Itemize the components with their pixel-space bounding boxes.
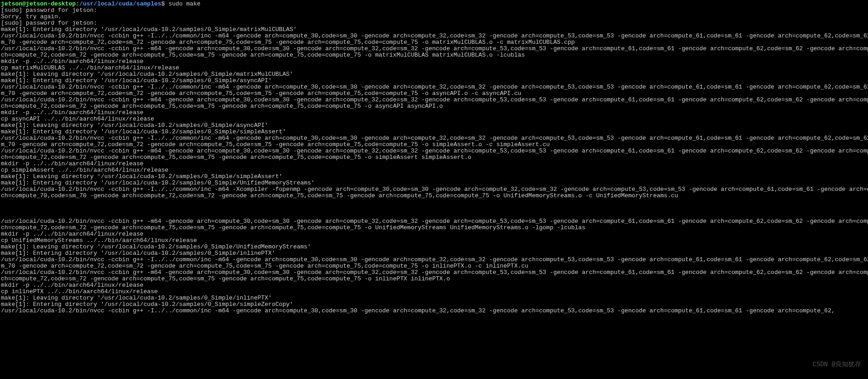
- output-line: make[1]: Entering directory '/usr/local/…: [1, 78, 867, 84]
- prompt-separator: :: [76, 0, 79, 7]
- output-line: /usr/local/cuda-10.2/bin/nvcc -ccbin g++…: [1, 84, 867, 90]
- output-line: cp inlinePTX ../../bin/aarch64/linux/rel…: [1, 289, 867, 295]
- output-line: [1, 212, 867, 218]
- watermark: CSDN @良知犹存: [813, 361, 861, 368]
- output-line: make[1]: Entering directory '/usr/local/…: [1, 250, 867, 257]
- output-line: m_70 -gencode arch=compute_72,code=sm_72…: [1, 142, 867, 148]
- output-line: mkdir -p ../../bin/aarch64/linux/release: [1, 161, 867, 167]
- output-line: make[1]: Entering directory '/usr/local/…: [1, 26, 867, 33]
- output-line: ch=compute_72,code=sm_72 -gencode arch=c…: [1, 276, 867, 282]
- prompt-line: jetson@jetson-desktop:/usr/local/cuda/sa…: [1, 1, 867, 7]
- output-line: ch=compute_70,code=sm_70 -gencode arch=c…: [1, 193, 867, 199]
- output-line: mkdir -p ../../bin/aarch64/linux/release: [1, 110, 867, 116]
- output-line: m_70 -gencode arch=compute_72,code=sm_72…: [1, 263, 867, 269]
- output-line: cp simpleAssert ../../bin/aarch64/linux/…: [1, 167, 867, 174]
- output-line: make[1]: Entering directory '/usr/local/…: [1, 129, 867, 135]
- output-line: ch=compute_72,code=sm_72 -gencode arch=c…: [1, 154, 867, 161]
- output-line: ch=compute_72,code=sm_72 -gencode arch=c…: [1, 103, 867, 110]
- output-line: /usr/local/cuda-10.2/bin/nvcc -ccbin g++…: [1, 135, 867, 142]
- terminal-output: [sudo] password for jetson:Sorry, try ag…: [1, 7, 867, 314]
- output-line: m_70 -gencode arch=compute_72,code=sm_72…: [1, 90, 867, 97]
- output-line: [1, 199, 867, 205]
- output-line: cp asyncAPI ../../bin/aarch64/linux/rele…: [1, 116, 867, 122]
- output-line: [1, 205, 867, 212]
- output-line: cp matrixMulCUBLAS ../../bin/aarch64/lin…: [1, 65, 867, 71]
- output-line: /usr/local/cuda-10.2/bin/nvcc -ccbin g++…: [1, 148, 867, 154]
- prompt-user: jetson@jetson-desktop: [1, 0, 76, 7]
- output-line: mkdir -p ../../bin/aarch64/linux/release: [1, 282, 867, 289]
- prompt-command: sudo make: [165, 0, 201, 7]
- output-line: /usr/local/cuda-10.2/bin/nvcc -ccbin g++…: [1, 257, 867, 263]
- prompt-path: /usr/local/cuda/samples: [79, 0, 161, 7]
- prompt-dollar: $: [161, 0, 165, 7]
- output-line: /usr/local/cuda-10.2/bin/nvcc -ccbin g++…: [1, 97, 867, 103]
- output-line: make[1]: Entering directory '/usr/local/…: [1, 180, 867, 186]
- output-line: ch=compute_72,code=sm_72 -gencode arch=c…: [1, 52, 867, 58]
- output-line: /usr/local/cuda-10.2/bin/nvcc -ccbin g++…: [1, 308, 867, 314]
- output-line: Sorry, try again.: [1, 14, 867, 20]
- output-line: make[1]: Leaving directory '/usr/local/c…: [1, 244, 867, 250]
- terminal[interactable]: jetson@jetson-desktop:/usr/local/cuda/sa…: [1, 1, 867, 314]
- output-line: [sudo] password for jetson:: [1, 20, 867, 26]
- output-line: m_70 -gencode arch=compute_72,code=sm_72…: [1, 39, 867, 46]
- output-line: make[1]: Leaving directory '/usr/local/c…: [1, 122, 867, 129]
- output-line: make[1]: Leaving directory '/usr/local/c…: [1, 71, 867, 78]
- output-line: /usr/local/cuda-10.2/bin/nvcc -ccbin g++…: [1, 186, 867, 193]
- output-line: make[1]: Leaving directory '/usr/local/c…: [1, 295, 867, 301]
- output-line: make[1]: Leaving directory '/usr/local/c…: [1, 174, 867, 180]
- output-line: /usr/local/cuda-10.2/bin/nvcc -ccbin g++…: [1, 218, 867, 225]
- output-line: [sudo] password for jetson:: [1, 7, 867, 14]
- output-line: mkdir -p ../../bin/aarch64/linux/release: [1, 58, 867, 65]
- output-line: cp UnifiedMemoryStreams ../../bin/aarch6…: [1, 237, 867, 244]
- output-line: /usr/local/cuda-10.2/bin/nvcc -ccbin g++…: [1, 46, 867, 52]
- output-line: mkdir -p ../../bin/aarch64/linux/release: [1, 231, 867, 237]
- output-line: /usr/local/cuda-10.2/bin/nvcc -ccbin g++…: [1, 33, 867, 39]
- output-line: /usr/local/cuda-10.2/bin/nvcc -ccbin g++…: [1, 269, 867, 276]
- output-line: make[1]: Entering directory '/usr/local/…: [1, 301, 867, 308]
- output-line: ch=compute_72,code=sm_72 -gencode arch=c…: [1, 225, 867, 231]
